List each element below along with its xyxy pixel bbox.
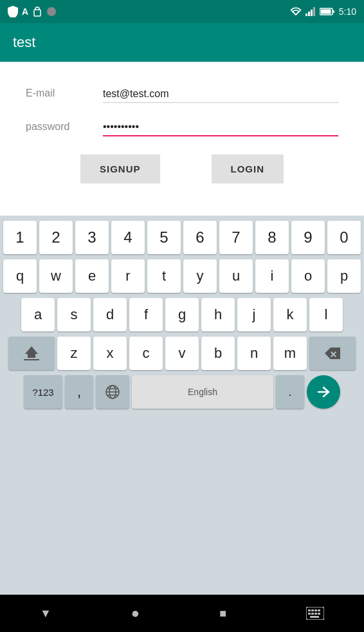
key-comma[interactable]: , — [65, 375, 93, 409]
email-input[interactable] — [103, 88, 338, 102]
enter-icon — [316, 386, 331, 398]
space-key[interactable]: English — [132, 375, 273, 409]
key-p[interactable]: p — [327, 259, 361, 293]
home-button[interactable]: ● — [131, 605, 140, 622]
a-icon: A — [22, 6, 28, 17]
qwerty-row: q w e r t y u i o p — [3, 259, 361, 293]
key-j[interactable]: j — [237, 298, 271, 331]
key-4[interactable]: 4 — [111, 221, 145, 254]
svg-rect-20 — [311, 613, 314, 615]
key-e[interactable]: e — [75, 259, 109, 293]
backspace-key[interactable] — [309, 337, 356, 370]
svg-rect-3 — [308, 12, 310, 16]
keyboard-button[interactable] — [306, 607, 324, 620]
time-display: 5:10 — [339, 6, 356, 17]
keyboard-area: 1 2 3 4 5 6 7 8 9 0 q w e r t y u i o p … — [0, 216, 364, 595]
key-s[interactable]: s — [57, 298, 91, 331]
password-row: password — [26, 121, 338, 136]
key-num[interactable]: ?123 — [24, 375, 62, 409]
key-v[interactable]: v — [165, 337, 199, 370]
key-0[interactable]: 0 — [327, 221, 361, 254]
status-bar-left: A — [8, 6, 57, 17]
key-8[interactable]: 8 — [255, 221, 289, 254]
shift-key[interactable] — [8, 337, 55, 370]
svg-point-1 — [47, 7, 56, 16]
key-9[interactable]: 9 — [291, 221, 325, 254]
key-l[interactable]: l — [309, 298, 343, 331]
key-h[interactable]: h — [201, 298, 235, 331]
enter-key[interactable] — [307, 375, 340, 409]
key-x[interactable]: x — [93, 337, 127, 370]
globe-key[interactable] — [96, 375, 129, 409]
email-input-wrapper — [103, 88, 338, 103]
key-5[interactable]: 5 — [147, 221, 181, 254]
password-label: password — [26, 121, 103, 136]
svg-rect-15 — [308, 609, 311, 611]
key-2[interactable]: 2 — [39, 221, 73, 254]
svg-rect-4 — [311, 10, 313, 16]
asdf-row: a s d f g h j k l — [3, 298, 361, 331]
key-u[interactable]: u — [219, 259, 253, 293]
recents-button[interactable]: ■ — [219, 607, 226, 620]
svg-rect-16 — [311, 609, 314, 611]
globe-icon — [105, 385, 120, 399]
login-button[interactable]: LOGIN — [212, 154, 284, 183]
key-t[interactable]: t — [147, 259, 181, 293]
password-input[interactable] — [103, 121, 338, 135]
svg-rect-18 — [318, 609, 320, 611]
password-input-wrapper — [103, 121, 338, 136]
svg-rect-5 — [313, 7, 315, 16]
key-a[interactable]: a — [21, 298, 55, 331]
svg-rect-22 — [318, 613, 320, 615]
shift-icon — [24, 346, 39, 360]
back-button[interactable]: ▼ — [40, 607, 51, 620]
key-k[interactable]: k — [273, 298, 307, 331]
key-3[interactable]: 3 — [75, 221, 109, 254]
svg-rect-0 — [34, 10, 41, 16]
number-row: 1 2 3 4 5 6 7 8 9 0 — [3, 221, 361, 254]
backspace-icon — [325, 348, 340, 359]
main-content: E-mail password SIGNUP LOGIN — [0, 62, 364, 216]
key-6[interactable]: 6 — [183, 221, 217, 254]
key-z[interactable]: z — [57, 337, 91, 370]
battery-icon — [320, 7, 335, 16]
key-7[interactable]: 7 — [219, 221, 253, 254]
key-c[interactable]: c — [129, 337, 163, 370]
status-bar-right: 5:10 — [290, 6, 356, 17]
svg-rect-21 — [314, 613, 317, 615]
zxcv-row: z x c v b n m — [3, 337, 361, 370]
app-bar: test — [0, 23, 364, 62]
svg-rect-19 — [308, 613, 311, 615]
shield-icon — [8, 6, 18, 17]
svg-rect-23 — [310, 616, 319, 618]
key-w[interactable]: w — [39, 259, 73, 293]
key-1[interactable]: 1 — [3, 221, 37, 254]
svg-rect-7 — [320, 10, 331, 14]
email-label: E-mail — [26, 88, 103, 103]
key-g[interactable]: g — [165, 298, 199, 331]
svg-rect-17 — [314, 609, 317, 611]
signup-button[interactable]: SIGNUP — [80, 154, 160, 183]
key-r[interactable]: r — [111, 259, 145, 293]
key-y[interactable]: y — [183, 259, 217, 293]
email-row: E-mail — [26, 88, 338, 103]
app-bar-title: test — [13, 34, 35, 51]
wifi-icon — [290, 7, 302, 16]
key-dot[interactable]: . — [276, 375, 304, 409]
key-f[interactable]: f — [129, 298, 163, 331]
svg-rect-2 — [305, 14, 307, 16]
bottom-row: ?123 , English . — [3, 375, 361, 409]
signal-icon — [305, 7, 316, 16]
key-q[interactable]: q — [3, 259, 37, 293]
svg-rect-8 — [332, 10, 334, 13]
key-o[interactable]: o — [291, 259, 325, 293]
nav-bar: ▼ ● ■ — [0, 595, 364, 632]
key-b[interactable]: b — [201, 337, 235, 370]
circle-icon — [46, 6, 57, 17]
key-i[interactable]: i — [255, 259, 289, 293]
bag-icon — [32, 6, 42, 17]
key-m[interactable]: m — [273, 337, 307, 370]
status-bar: A 5:10 — [0, 0, 364, 23]
key-n[interactable]: n — [237, 337, 271, 370]
key-d[interactable]: d — [93, 298, 127, 331]
